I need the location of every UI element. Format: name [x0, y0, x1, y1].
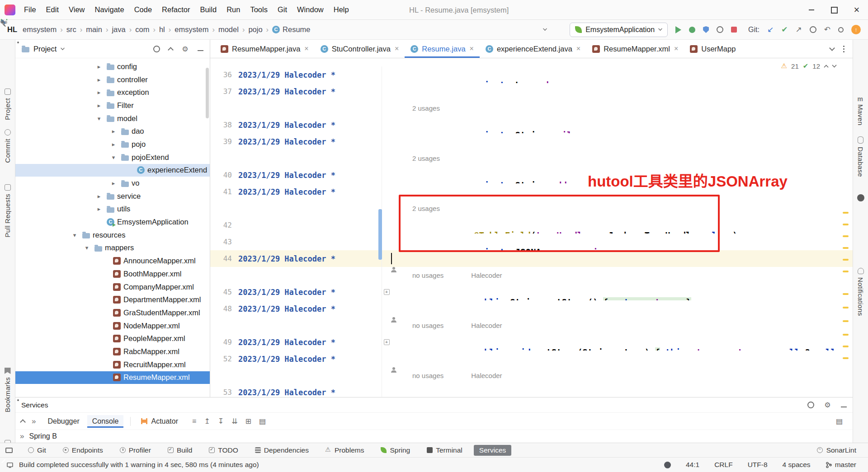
- tree-chevron-icon[interactable]: [108, 154, 118, 161]
- next-problem-icon[interactable]: [832, 63, 836, 67]
- project-panel-title[interactable]: Project: [33, 45, 57, 53]
- editor-row[interactable]: 2 usages: [210, 150, 853, 167]
- tool-stripe-button[interactable]: Project: [0, 89, 15, 120]
- menu-item[interactable]: Window: [292, 0, 329, 19]
- code-line[interactable]: [391, 250, 853, 267]
- console-toolbar-icon[interactable]: ▤: [259, 417, 266, 425]
- editor-row[interactable]: no usages Halecoder: [210, 317, 853, 334]
- minimize-button[interactable]: [800, 0, 823, 20]
- menu-item[interactable]: File: [19, 0, 41, 19]
- editor-row[interactable]: 48 2023/1/29 Halecoder *: [210, 300, 853, 317]
- menu-item[interactable]: Git: [273, 0, 292, 19]
- stop-button[interactable]: [731, 27, 737, 33]
- tree-chevron-icon[interactable]: [94, 193, 104, 200]
- breadcrumb-item[interactable]: model: [217, 25, 247, 34]
- run-button[interactable]: [675, 26, 681, 33]
- code-line[interactable]: private JSONArray experience;: [391, 234, 853, 250]
- close-tab-icon[interactable]: [576, 45, 580, 53]
- menu-item[interactable]: Help: [329, 0, 354, 19]
- breadcrumb-item[interactable]: com: [134, 25, 158, 34]
- chevron-down-icon[interactable]: [61, 46, 65, 50]
- close-tab-icon[interactable]: [304, 45, 308, 53]
- editor-row[interactable]: no usages Halecoder: [210, 367, 853, 384]
- collapse-all-icon[interactable]: [168, 47, 174, 53]
- project-tree-item[interactable]: pojoExtend: [15, 151, 210, 164]
- git-blame-annotation[interactable]: 37 2023/1/29 Halecoder *: [210, 83, 382, 100]
- menu-item[interactable]: View: [64, 0, 90, 19]
- caret-position[interactable]: 44:1: [686, 461, 699, 469]
- tool-window-button[interactable]: Git: [23, 445, 52, 456]
- menu-item[interactable]: Run: [222, 0, 245, 19]
- tree-chevron-icon[interactable]: [82, 244, 92, 251]
- editor-tab[interactable]: ResumeMapper.xml: [586, 40, 684, 58]
- editor-row[interactable]: 38 2023/1/29 Halecoder * private String …: [210, 117, 853, 133]
- tool-stripe-button[interactable]: Bookmarks: [0, 368, 15, 412]
- git-blame-annotation[interactable]: 42: [210, 217, 382, 234]
- editor-content[interactable]: 36 2023/1/29 Halecoder * private Long ph…: [210, 58, 853, 397]
- project-tree-item[interactable]: CompanyMapper.xml: [15, 280, 210, 294]
- breadcrumb-item[interactable]: emsystem: [22, 25, 66, 34]
- file-encoding[interactable]: UTF-8: [748, 461, 768, 469]
- project-tree-item[interactable]: PeopleMapper.xml: [15, 332, 210, 345]
- project-tree-item[interactable]: mappers: [15, 242, 210, 255]
- tool-window-button[interactable]: Build: [162, 445, 198, 456]
- ide-update-badge[interactable]: [851, 25, 861, 34]
- git-blame-annotation[interactable]: 38 2023/1/29 Halecoder *: [210, 117, 382, 133]
- tool-window-button[interactable]: Spring: [375, 445, 415, 456]
- console-toolbar-icon[interactable]: ⊞: [245, 417, 251, 425]
- indent-size[interactable]: 4 spaces: [783, 461, 811, 469]
- menu-item[interactable]: Navigate: [90, 0, 129, 19]
- git-blame-annotation[interactable]: 36 2023/1/29 Halecoder *: [210, 66, 382, 83]
- expand-services-icon[interactable]: [32, 417, 36, 426]
- line-ending[interactable]: CRLF: [714, 461, 732, 469]
- author-inlay[interactable]: Halecoder: [462, 322, 502, 329]
- usages-inlay[interactable]: no usages: [412, 372, 443, 379]
- services-view-tab[interactable]: Console: [87, 415, 124, 428]
- project-tree-item[interactable]: config: [15, 60, 210, 73]
- git-push-button[interactable]: [796, 26, 802, 33]
- project-tree-item[interactable]: AnnounceMapper.xml: [15, 254, 210, 267]
- hide-panel-icon[interactable]: [198, 50, 203, 51]
- editor-row[interactable]: 42 @TableField(typeHandler = JacksonType…: [210, 217, 853, 234]
- usages-inlay[interactable]: 2 usages: [412, 205, 440, 212]
- tool-stripe-button[interactable]: Maven: [853, 95, 868, 126]
- editor-row[interactable]: 37 2023/1/29 Halecoder *: [210, 83, 853, 100]
- tool-stripe-button[interactable]: Commit: [0, 129, 15, 163]
- git-blame-annotation[interactable]: 52 2023/1/29 Halecoder *: [210, 350, 382, 367]
- code-line[interactable]: [391, 350, 853, 367]
- console-toolbar-icon[interactable]: ⇊: [231, 417, 237, 425]
- project-tree-item[interactable]: RabcMapper.xml: [15, 345, 210, 358]
- usages-inlay[interactable]: no usages: [412, 322, 443, 329]
- project-tree-item[interactable]: GraStudentMapper.xml: [15, 306, 210, 319]
- git-blame-annotation[interactable]: 45 2023/1/29 Halecoder *: [210, 284, 382, 300]
- project-tree-item[interactable]: experienceExtend: [15, 164, 210, 177]
- code-line[interactable]: public String getStuno() { return stuno;…: [391, 284, 853, 300]
- fold-marker-icon[interactable]: [384, 339, 390, 345]
- tree-chevron-icon[interactable]: [94, 206, 104, 212]
- quick-access-icon[interactable]: [5, 448, 13, 453]
- tool-window-button[interactable]: Dependencies: [250, 445, 314, 456]
- tool-window-button[interactable]: Terminal: [421, 445, 468, 456]
- project-tree-item[interactable]: utils: [15, 203, 210, 216]
- git-blame-annotation[interactable]: [210, 150, 382, 167]
- menu-item[interactable]: Refactor: [157, 0, 195, 19]
- editor-row[interactable]: 44 2023/1/29 Halecoder *: [210, 250, 853, 267]
- project-tree-item[interactable]: DepartmentMapper.xml: [15, 293, 210, 306]
- tree-chevron-icon[interactable]: [94, 115, 104, 122]
- close-tab-icon[interactable]: [674, 45, 678, 53]
- project-scrollbar[interactable]: [206, 68, 209, 118]
- menu-item[interactable]: Build: [195, 0, 222, 19]
- breadcrumb-item[interactable]: src: [66, 25, 85, 34]
- git-blame-annotation[interactable]: 39 2023/1/29 Halecoder *: [210, 133, 382, 150]
- code-line[interactable]: @TableField(typeHandler = JacksonTypeHan…: [391, 217, 853, 234]
- code-line[interactable]: 2 usages: [391, 200, 853, 217]
- breadcrumb-item[interactable]: java: [111, 25, 134, 34]
- console-toolbar-icon[interactable]: ↥: [204, 417, 210, 425]
- rollback-button[interactable]: [824, 26, 830, 33]
- collapse-icon[interactable]: [20, 419, 26, 425]
- settings-icon[interactable]: [181, 45, 189, 53]
- coverage-button[interactable]: [703, 26, 709, 33]
- profiler-button[interactable]: [717, 26, 723, 33]
- tree-chevron-icon[interactable]: [70, 232, 80, 238]
- editor-row[interactable]: 36 2023/1/29 Halecoder * private Long ph…: [210, 66, 853, 83]
